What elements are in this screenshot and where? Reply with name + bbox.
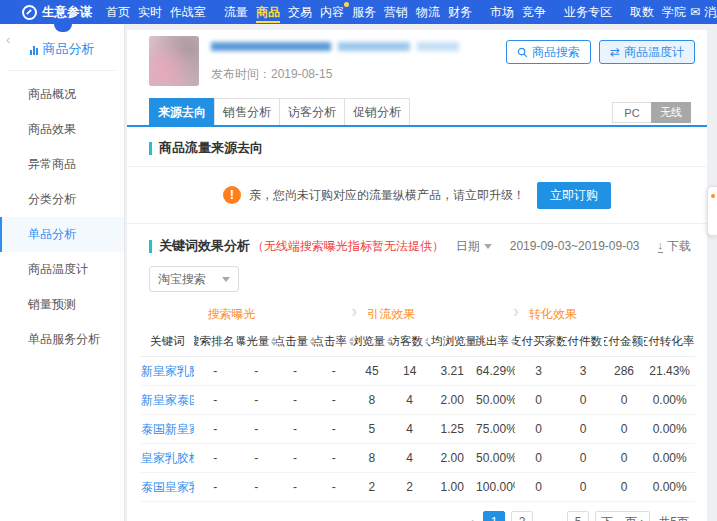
nav-item[interactable]: 取数	[626, 0, 658, 24]
sidebar-item[interactable]: 分类分析	[0, 182, 124, 217]
sidebar-item[interactable]: 商品效果	[0, 112, 124, 147]
table-group-row: 搜索曝光 引流效果 转化效果	[141, 302, 695, 327]
nav-item[interactable]: 首页	[102, 0, 134, 24]
keyword-table: 搜索曝光 引流效果 转化效果 关键词 搜索排名 曝光量	[141, 302, 695, 502]
sidebar-item-label: 销量预测	[28, 297, 76, 311]
cell-ctr: -	[314, 393, 353, 407]
product-search-button[interactable]: 商品搜索	[506, 40, 591, 64]
keyword-link[interactable]: 皇家乳胶枕	[141, 450, 194, 467]
column-header[interactable]: 曝光量	[237, 334, 276, 349]
page-button[interactable]: 5	[567, 511, 589, 521]
keyword-link[interactable]: 泰国新皇家乳	[141, 421, 194, 438]
sidebar-title-label: 商品分析	[43, 40, 95, 58]
sidebar-item[interactable]: 单品分析	[0, 217, 124, 252]
table-row: 泰国新皇家乳 - - - - 5 4 1.25 75.00% 0 0 0 0.0…	[141, 415, 695, 444]
nav-item[interactable]: 交易	[284, 0, 316, 24]
keyword-link[interactable]: 泰国皇家乳胶	[141, 479, 194, 496]
analysis-tab[interactable]: 销售分析	[214, 98, 280, 125]
order-now-button[interactable]: 立即订购	[537, 182, 611, 209]
brand-name: 生意参谋	[42, 4, 92, 21]
nav-item[interactable]: 市场	[486, 0, 518, 24]
column-header[interactable]: 支付转化率	[644, 334, 694, 349]
column-header[interactable]: 人均浏览量	[428, 334, 476, 349]
column-header[interactable]: 搜索排名	[194, 334, 237, 349]
column-header-label: 支付转化率	[644, 334, 694, 349]
table-row: 新皇家泰国乳 - - - - 8 4 2.00 50.00% 0 0 0 0.0…	[141, 386, 695, 415]
bar-chart-icon	[30, 44, 38, 55]
keyword-section-note: （无线端搜索曝光指标暂无法提供）	[252, 238, 444, 255]
nav-item[interactable]: 竞争	[518, 0, 550, 24]
nav-item[interactable]: 物流	[412, 0, 444, 24]
nav-item[interactable]: 内容	[316, 0, 348, 24]
cell-bounce-rate: 50.00%	[476, 451, 515, 465]
column-header[interactable]: 点击量	[276, 334, 315, 349]
analysis-tab[interactable]: 来源去向	[149, 98, 215, 125]
sidebar-item[interactable]: 商品概况	[0, 77, 124, 112]
cell-visitors: 4	[391, 451, 429, 465]
column-header[interactable]: 跳出率	[476, 334, 515, 349]
next-page-button[interactable]: 下一页 ›	[595, 511, 650, 521]
keyword-link[interactable]: 新皇家泰国乳	[141, 392, 194, 409]
nav-item[interactable]: 服务	[348, 0, 380, 24]
nav-item-label: 营销	[384, 5, 408, 19]
analysis-tab[interactable]: 促销分析	[344, 98, 410, 125]
sidebar-item[interactable]: 商品温度计	[0, 252, 124, 287]
column-header[interactable]: 点击率	[314, 334, 353, 349]
brand[interactable]: 生意参谋	[22, 4, 92, 21]
tab-label: 访客分析	[288, 105, 336, 119]
nav-item[interactable]: 业务专区	[560, 0, 616, 24]
tab-label: 来源去向	[158, 105, 206, 119]
collapse-left-icon[interactable]: ‹	[6, 32, 10, 47]
nav-item[interactable]: 作战室	[166, 0, 210, 24]
nav-item[interactable]: 学院	[658, 0, 690, 24]
column-header[interactable]: 支付件数	[563, 334, 604, 349]
keyword-link[interactable]: 新皇家乳胶枕	[141, 363, 194, 380]
floating-widget[interactable]	[707, 186, 717, 236]
date-filter[interactable]: 日期	[456, 238, 492, 255]
caret-down-icon	[222, 277, 230, 282]
column-header-label: 跳出率	[476, 334, 509, 349]
page-button[interactable]: 2	[511, 511, 533, 521]
header-buttons: 商品搜索 ⇄ 商品温度计	[506, 40, 695, 64]
column-header[interactable]: 关键词	[141, 334, 194, 349]
nav-item[interactable]: 营销	[380, 0, 412, 24]
cell-bounce-rate: 75.00%	[476, 422, 515, 436]
product-header: 发布时间：2019-08-15 商品搜索 ⇄ 商品温度计	[127, 30, 707, 94]
channel-select[interactable]: 淘宝搜索	[149, 266, 239, 292]
cell-conversion-rate: 0.00%	[644, 393, 694, 407]
device-toggle-button[interactable]: 无线	[651, 102, 691, 123]
column-header[interactable]: 支付买家数	[515, 334, 563, 349]
cell-clicks: -	[276, 422, 315, 436]
analysis-tab[interactable]: 访客分析	[279, 98, 345, 125]
prev-page-button[interactable]: ‹	[467, 515, 477, 521]
sidebar-item[interactable]: 销量预测	[0, 287, 124, 322]
download-link[interactable]: ↓ 下载	[658, 238, 692, 255]
cell-avg-views: 1.25	[428, 422, 476, 436]
nav-item-label: 实时	[138, 5, 162, 19]
cell-conversion-rate: 0.00%	[644, 422, 694, 436]
cell-paid-amount: 0	[604, 451, 645, 465]
page-button[interactable]: ..	[539, 511, 561, 521]
cell-search-rank: -	[194, 451, 237, 465]
sidebar-item[interactable]: 单品服务分析	[0, 322, 124, 357]
nav-item[interactable]: 财务	[444, 0, 476, 24]
nav-item[interactable]: 实时	[134, 0, 166, 24]
main-content: 发布时间：2019-08-15 商品搜索 ⇄ 商品温度计 来源去向 销售分析 访…	[127, 30, 707, 521]
device-toggle: PC 无线	[613, 102, 691, 123]
message-button[interactable]: ✉ 消息	[690, 4, 717, 21]
column-header[interactable]: 支付金额	[604, 334, 645, 349]
caret-down-icon	[484, 244, 492, 249]
nav-item[interactable]: 流量	[220, 0, 252, 24]
column-group-label: 搜索曝光	[208, 307, 256, 321]
column-header[interactable]: 浏览量	[353, 334, 391, 349]
nav-item[interactable]: 商品	[252, 0, 284, 24]
device-toggle-button[interactable]: PC	[612, 102, 652, 123]
total-pages: 共5页	[658, 514, 689, 521]
page-button[interactable]: 1	[483, 511, 505, 521]
cell-impressions: -	[237, 422, 276, 436]
sidebar-item[interactable]: 异常商品	[0, 147, 124, 182]
product-title-redacted[interactable]	[211, 42, 461, 51]
sidebar-item-label: 单品分析	[28, 227, 76, 241]
product-thermometer-button[interactable]: ⇄ 商品温度计	[599, 40, 695, 64]
column-header[interactable]: 访客数	[391, 334, 429, 349]
